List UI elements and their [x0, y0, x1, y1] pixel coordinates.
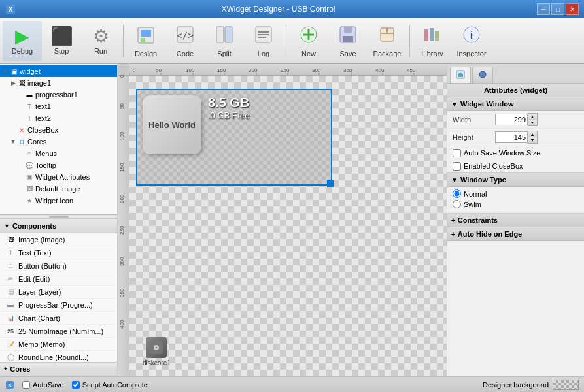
- split-icon: [214, 24, 235, 48]
- inspector-section-windowtype: ▼ Window Type Normal Swim: [447, 173, 584, 214]
- widget-preview[interactable]: Hello World 8.5 GB .0 GB Free: [136, 89, 332, 186]
- comp-item-layer[interactable]: ▤ Layer (Layer): [0, 286, 117, 299]
- comp-item-roundline[interactable]: ◯ RoundLine (Roundl...): [0, 351, 117, 363]
- section-header-window[interactable]: ▼ Widget Window: [447, 97, 584, 111]
- width-row: Width ▲ ▼: [447, 111, 584, 129]
- tree-item-widgeticon[interactable]: ▶ ★ Widget Icon: [0, 195, 117, 206]
- inspector-tab-img[interactable]: [450, 67, 471, 83]
- autosave-checkbox[interactable]: [22, 381, 30, 389]
- comp-item-image[interactable]: 🖼 Image (Image): [0, 233, 117, 246]
- autosave-label: AutoSave: [33, 381, 64, 389]
- comp-label-progressbar: ProgressBar (Progre...): [18, 301, 93, 309]
- close-button[interactable]: ✕: [566, 3, 579, 15]
- tree-label-cores: Cores: [27, 138, 46, 146]
- minimize-button[interactable]: ─: [537, 3, 550, 15]
- inspector-tab-col[interactable]: [472, 67, 493, 83]
- width-input[interactable]: [495, 114, 528, 125]
- stop-button[interactable]: ⬛ Stop: [42, 21, 81, 61]
- new-button[interactable]: New: [289, 21, 328, 61]
- canvas-scroll[interactable]: Hello World 8.5 GB .0 GB Free diskcore: [129, 76, 447, 376]
- comp-icon-image: 🖼: [5, 235, 16, 245]
- tree-item-cores[interactable]: ▼ ⚙ Cores: [0, 136, 117, 148]
- autocomplete-item: Script AutoComplete: [72, 381, 148, 389]
- library-button[interactable]: Library: [413, 21, 452, 61]
- comp-item-chart[interactable]: 📊 Chart (Chart): [0, 312, 117, 325]
- section-title-window: Widget Window: [460, 100, 514, 108]
- tree-item-widget[interactable]: ▼ ▣ widget: [0, 65, 117, 77]
- package-button[interactable]: Package: [368, 21, 407, 61]
- diskcore-widget[interactable]: diskcore1: [143, 337, 171, 370]
- comp-item-numbimage[interactable]: 25 25 NumbImage (NumIm...): [0, 325, 117, 338]
- stop-label: Stop: [54, 47, 69, 55]
- run-icon: ⚙: [93, 27, 109, 46]
- auto-save-row: Auto Save Window Size: [447, 146, 584, 159]
- comp-label-roundline: RoundLine (Roundl...): [18, 353, 89, 361]
- autocomplete-checkbox[interactable]: [72, 381, 80, 389]
- inspector-section-autohide[interactable]: + Auto Hide on Edge: [447, 227, 584, 241]
- constraints-title: Constraints: [458, 216, 498, 224]
- height-input[interactable]: [495, 131, 528, 143]
- comp-item-edit[interactable]: ✏ Edit (Edit): [0, 272, 117, 286]
- tree-item-menus[interactable]: ▶ ≡ Menus: [0, 148, 117, 159]
- svg-text:50: 50: [156, 67, 162, 73]
- cores-panel-header[interactable]: + Cores: [0, 362, 117, 376]
- debug-label: Debug: [12, 47, 33, 55]
- left-panel: ▼ ▣ widget ▶ 🖼 image1 ▶ ▬ progressbar1 ▶…: [0, 64, 118, 376]
- design-button[interactable]: Design: [126, 21, 165, 61]
- tree-arrow-cores[interactable]: ▼: [9, 139, 17, 145]
- tree-item-text2[interactable]: ▶ T text2: [0, 112, 117, 124]
- tree-item-text1[interactable]: ▶ T text1: [0, 101, 117, 112]
- inspector-button[interactable]: i Inspector: [452, 21, 491, 61]
- width-decrement[interactable]: ▼: [528, 120, 537, 125]
- height-increment[interactable]: ▲: [528, 131, 537, 137]
- divider-handle: [49, 216, 69, 218]
- library-label: Library: [421, 50, 443, 57]
- section-header-windowtype[interactable]: ▼ Window Type: [447, 173, 584, 187]
- maximize-button[interactable]: □: [551, 3, 564, 15]
- auto-save-checkbox[interactable]: [453, 149, 461, 157]
- log-icon: [253, 24, 274, 48]
- comp-item-memo[interactable]: 📝 Memo (Memo): [0, 338, 117, 351]
- height-spinner-btns: ▲ ▼: [528, 131, 538, 144]
- tree-arrow-widget[interactable]: ▼: [1, 68, 9, 74]
- tree-item-closebox[interactable]: ▶ ✕ CloseBox: [0, 124, 117, 136]
- tree-arrow-image1[interactable]: ▶: [9, 80, 17, 86]
- comp-item-button[interactable]: □ Button (Button): [0, 259, 117, 272]
- svg-point-58: [156, 347, 158, 349]
- radio-swim[interactable]: [453, 200, 461, 208]
- split-button[interactable]: Split: [205, 21, 244, 61]
- height-label: Height: [453, 133, 495, 141]
- tree-item-progressbar1[interactable]: ▶ ▬ progressbar1: [0, 89, 117, 101]
- inspector-section-constraints[interactable]: + Constraints: [447, 214, 584, 227]
- width-increment[interactable]: ▲: [528, 114, 537, 120]
- run-button[interactable]: ⚙ Run: [81, 21, 120, 61]
- svg-text:50: 50: [119, 103, 125, 109]
- save-button[interactable]: Save: [328, 21, 368, 61]
- tree-label-image1: image1: [27, 79, 51, 87]
- svg-text:X: X: [9, 6, 13, 13]
- tree-icon-text1: T: [25, 102, 34, 111]
- svg-text:0: 0: [133, 67, 136, 73]
- background-status: Designer backgound: [483, 380, 579, 390]
- library-icon: [422, 24, 443, 48]
- components-header[interactable]: ▼ Components: [0, 219, 117, 233]
- comp-item-text[interactable]: T Text (Text): [0, 246, 117, 259]
- stop-icon: ⬛: [50, 27, 73, 46]
- hello-world-widget: Hello World: [143, 95, 201, 154]
- comp-label-numbimage: 25 NumbImage (NumIm...): [18, 327, 103, 335]
- debug-button[interactable]: ▶ Debug: [3, 21, 42, 61]
- log-button[interactable]: Log: [244, 21, 283, 61]
- usb-size-text: 8.5 GB: [208, 95, 250, 110]
- resize-handle[interactable]: [327, 180, 334, 187]
- window-title: XWidget Designer - USB Control: [20, 5, 537, 14]
- enabled-closebox-checkbox[interactable]: [453, 162, 461, 171]
- height-decrement[interactable]: ▼: [528, 137, 537, 143]
- tree-item-image1[interactable]: ▶ 🖼 image1: [0, 77, 117, 89]
- comp-item-progressbar[interactable]: ▬ ProgressBar (Progre...): [0, 299, 117, 312]
- tree-item-defaultimage[interactable]: ▶ 🖼 Default Image: [0, 183, 117, 195]
- tree-label-closebox: CloseBox: [27, 126, 58, 134]
- tree-item-tooltip[interactable]: ▶ 💬 Tooltip: [0, 159, 117, 171]
- radio-normal[interactable]: [453, 189, 461, 198]
- tree-item-widgetattr[interactable]: ▶ ▣ Widget Attributes: [0, 171, 117, 183]
- code-button[interactable]: </> Code: [165, 21, 205, 61]
